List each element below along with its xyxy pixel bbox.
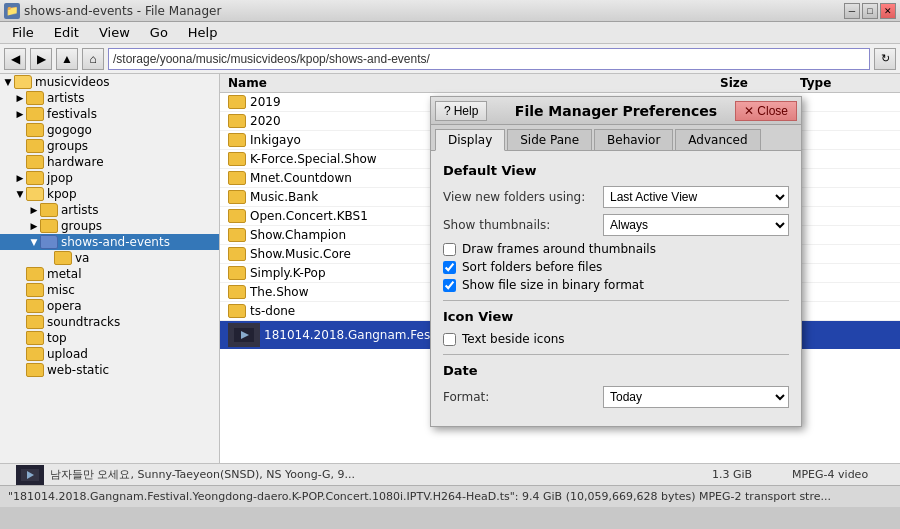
folder-icon	[228, 190, 246, 204]
show-thumbnails-row: Show thumbnails: Always	[443, 214, 789, 236]
home-button[interactable]: ⌂	[82, 48, 104, 70]
draw-frames-checkbox[interactable]	[443, 243, 456, 256]
sidebar-item-artists-1[interactable]: ▶ artists	[0, 90, 219, 106]
folder-icon	[228, 228, 246, 242]
dialog-body: Default View View new folders using: Las…	[431, 151, 801, 426]
address-bar: ◀ ▶ ▲ ⌂ ↻	[0, 44, 900, 74]
sidebar: ▼ musicvideos ▶ artists ▶ festivals gogo…	[0, 74, 220, 463]
column-size[interactable]: Size	[720, 76, 800, 90]
view-new-folders-label: View new folders using:	[443, 190, 603, 204]
expand-arrow: ▼	[28, 237, 40, 247]
sidebar-item-top[interactable]: top	[0, 330, 219, 346]
folder-icon	[26, 187, 44, 201]
sidebar-item-gogogo[interactable]: gogogo	[0, 122, 219, 138]
back-button[interactable]: ◀	[4, 48, 26, 70]
sort-folders-checkbox[interactable]	[443, 261, 456, 274]
sidebar-item-label: metal	[47, 267, 81, 281]
sidebar-item-festivals[interactable]: ▶ festivals	[0, 106, 219, 122]
menu-view[interactable]: View	[91, 23, 138, 42]
tab-side-pane[interactable]: Side Pane	[507, 129, 592, 150]
sidebar-item-va[interactable]: va	[0, 250, 219, 266]
sidebar-item-kpop[interactable]: ▼ kpop	[0, 186, 219, 202]
status-bar: 남자들만 오세요, Sunny-Taeyeon(SNSD), NS Yoong-…	[0, 463, 900, 485]
menu-file[interactable]: File	[4, 23, 42, 42]
tab-display[interactable]: Display	[435, 129, 505, 151]
sidebar-item-label: misc	[47, 283, 75, 297]
sidebar-item-musicvideos[interactable]: ▼ musicvideos	[0, 74, 219, 90]
folder-icon	[26, 315, 44, 329]
tab-behavior[interactable]: Behavior	[594, 129, 673, 150]
show-thumbnails-select[interactable]: Always	[603, 214, 789, 236]
status-thumbnail	[16, 465, 44, 485]
help-icon: ?	[444, 104, 451, 118]
sidebar-item-label: soundtracks	[47, 315, 120, 329]
folder-icon	[26, 91, 44, 105]
bottom-status-bar: "181014.2018.Gangnam.Festival.Yeongdong-…	[0, 485, 900, 507]
sidebar-item-label: opera	[47, 299, 82, 313]
folder-icon	[26, 299, 44, 313]
sidebar-item-label: artists	[47, 91, 85, 105]
column-name[interactable]: Name	[220, 76, 720, 90]
sidebar-item-upload[interactable]: upload	[0, 346, 219, 362]
up-button[interactable]: ▲	[56, 48, 78, 70]
folder-icon	[26, 363, 44, 377]
address-input[interactable]	[108, 48, 870, 70]
folder-icon	[228, 133, 246, 147]
folder-icon	[228, 152, 246, 166]
app-icon: 📁	[4, 3, 20, 19]
menu-go[interactable]: Go	[142, 23, 176, 42]
sidebar-item-opera[interactable]: opera	[0, 298, 219, 314]
menu-edit[interactable]: Edit	[46, 23, 87, 42]
sidebar-item-metal[interactable]: metal	[0, 266, 219, 282]
sidebar-item-misc[interactable]: misc	[0, 282, 219, 298]
sidebar-item-jpop[interactable]: ▶ jpop	[0, 170, 219, 186]
sidebar-item-kpop-groups[interactable]: ▶ groups	[0, 218, 219, 234]
divider	[443, 300, 789, 301]
bottom-status-text: "181014.2018.Gangnam.Festival.Yeongdong-…	[8, 490, 831, 503]
sidebar-item-shows-and-events[interactable]: ▼ shows-and-events	[0, 234, 219, 250]
tab-advanced[interactable]: Advanced	[675, 129, 760, 150]
minimize-button[interactable]: ─	[844, 3, 860, 19]
section-default-view: Default View	[443, 163, 789, 178]
folder-icon	[40, 235, 58, 249]
preferences-dialog: ? Help File Manager Preferences ✕ Close …	[430, 96, 802, 427]
forward-button[interactable]: ▶	[30, 48, 52, 70]
date-format-select[interactable]: Today	[603, 386, 789, 408]
sort-folders-row: Sort folders before files	[443, 260, 789, 274]
folder-icon	[54, 251, 72, 265]
refresh-button[interactable]: ↻	[874, 48, 896, 70]
date-format-label: Format:	[443, 390, 603, 404]
divider-2	[443, 354, 789, 355]
maximize-button[interactable]: □	[862, 3, 878, 19]
sidebar-item-kpop-artists[interactable]: ▶ artists	[0, 202, 219, 218]
folder-icon	[228, 247, 246, 261]
sidebar-item-label: shows-and-events	[61, 235, 170, 249]
folder-icon	[228, 285, 246, 299]
help-label: Help	[454, 104, 479, 118]
status-video-info: 남자들만 오세요, Sunny-Taeyeon(SNSD), NS Yoong-…	[50, 467, 712, 482]
show-file-size-row: Show file size in binary format	[443, 278, 789, 292]
sidebar-item-hardware[interactable]: hardware	[0, 154, 219, 170]
folder-icon	[26, 139, 44, 153]
draw-frames-row: Draw frames around thumbnails	[443, 242, 789, 256]
show-file-size-label: Show file size in binary format	[462, 278, 644, 292]
dialog-close-button[interactable]: ✕ Close	[735, 101, 797, 121]
text-beside-icons-checkbox[interactable]	[443, 333, 456, 346]
folder-icon	[40, 219, 58, 233]
sidebar-item-label: festivals	[47, 107, 97, 121]
menu-help[interactable]: Help	[180, 23, 226, 42]
folder-icon	[228, 209, 246, 223]
file-list-header: Name Size Type	[220, 74, 900, 93]
sidebar-item-soundtracks[interactable]: soundtracks	[0, 314, 219, 330]
section-date: Date	[443, 363, 789, 378]
sidebar-item-label: groups	[61, 219, 102, 233]
show-file-size-checkbox[interactable]	[443, 279, 456, 292]
view-new-folders-select[interactable]: Last Active View	[603, 186, 789, 208]
sidebar-item-web-static[interactable]: web-static	[0, 362, 219, 378]
dialog-help-button[interactable]: ? Help	[435, 101, 487, 121]
close-window-button[interactable]: ✕	[880, 3, 896, 19]
sidebar-item-label: upload	[47, 347, 88, 361]
column-type[interactable]: Type	[800, 76, 900, 90]
expand-arrow: ▶	[14, 173, 26, 183]
sidebar-item-groups-1[interactable]: groups	[0, 138, 219, 154]
